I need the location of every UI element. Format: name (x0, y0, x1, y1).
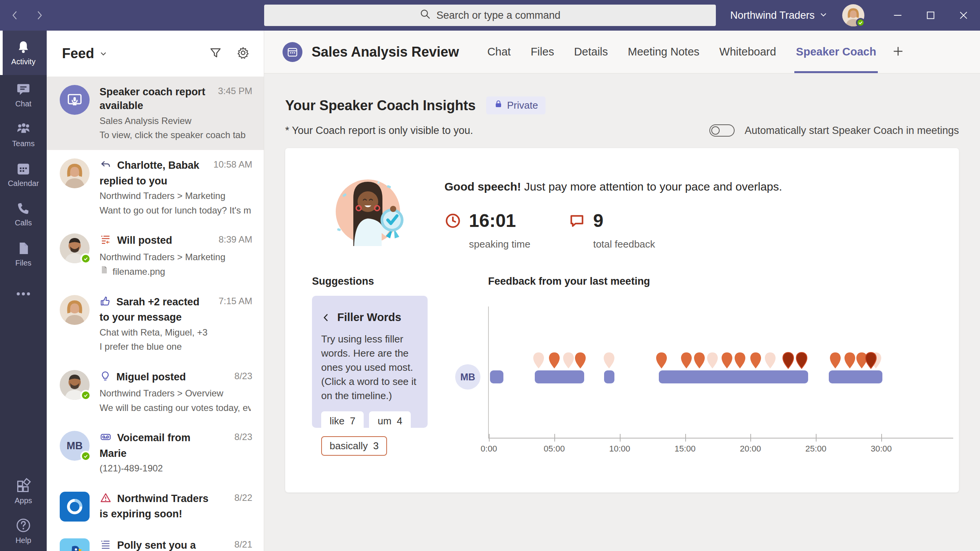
filler-words-card: Filler Words Try using less filler words… (312, 296, 428, 428)
feed-item[interactable]: Speaker coach report availableSales Anal… (47, 77, 264, 150)
visibility-note: * Your Coach report is only visible to y… (285, 125, 473, 137)
feedback-marker-high[interactable] (782, 352, 794, 369)
axis-tick (685, 434, 686, 442)
feed-item-time: 8:39 AM (219, 234, 252, 245)
private-badge: Private (486, 96, 546, 114)
sidebar-item-help[interactable]: Help (0, 511, 47, 551)
northwind-logo (60, 492, 90, 522)
feedback-timeline-chart: MB 0:0005:0010:0015:0020:0025:0030:00 (488, 306, 953, 439)
speaker-coach-illustration (330, 171, 406, 248)
feed-dropdown[interactable]: Feed (62, 46, 108, 62)
title-bar: Search or type a command Northwind Trade… (0, 0, 980, 31)
filler-word-chip-like[interactable]: like7 (321, 411, 364, 431)
feed-item[interactable]: Sarah +2 reacted to your messageChat wit… (47, 287, 264, 362)
feed-item-time: 7:15 AM (219, 296, 252, 306)
feed-item-subtext: Want to go out for lunch today? It's my.… (100, 204, 251, 217)
back-icon[interactable] (9, 10, 21, 21)
sidebar-item-more[interactable] (0, 274, 47, 314)
tab-chat[interactable]: Chat (477, 31, 521, 73)
feedback-marker-high[interactable] (796, 352, 807, 369)
feedback-marker-medium[interactable] (721, 352, 733, 369)
chart-title: Feedback from your last meeting (488, 276, 932, 287)
calendar-icon (16, 161, 31, 176)
sidebar-item-teams[interactable]: Teams (0, 115, 47, 155)
feedback-marker-medium[interactable] (830, 352, 841, 369)
axis-tick-label: 30:00 (871, 444, 892, 454)
tab-speaker-coach[interactable]: Speaker Coach (786, 31, 886, 73)
filler-words-body: Try using less filler words. Here are th… (321, 332, 418, 403)
gear-icon[interactable] (236, 46, 250, 61)
summary-text: Good speech! Just pay more attention to … (444, 180, 782, 193)
search-input[interactable]: Search or type a command (264, 5, 716, 26)
app-rail: ActivityChatTeamsCalendarCallsFilesAppsH… (0, 31, 47, 551)
sidebar-item-activity[interactable]: Activity (0, 31, 47, 75)
feedback-marker-medium[interactable] (681, 352, 692, 369)
feedback-marker-medium[interactable] (656, 352, 667, 369)
speaker-coach-app-icon (60, 85, 90, 115)
sidebar-item-calls[interactable]: Calls (0, 194, 47, 234)
axis-tick (554, 434, 555, 442)
feed-item-subtext: (121)-489-1902 (100, 462, 251, 475)
feed-item[interactable]: MBVoicemail from Marie(121)-489-19028/23 (47, 422, 264, 483)
feedback-marker-low[interactable] (707, 352, 718, 369)
auto-start-toggle[interactable] (709, 124, 735, 137)
main-panel: Sales Analysis Review ChatFilesDetailsMe… (264, 31, 980, 551)
feed-item[interactable]: Miguel postedNorthwind Traders > Overvie… (47, 362, 264, 423)
chevron-down-icon (819, 10, 828, 21)
feed-item[interactable]: Will postedNorthwind Traders > Marketing… (47, 225, 264, 287)
feedback-marker-low[interactable] (603, 352, 615, 369)
feed-item-attachment[interactable]: filename.png (100, 265, 251, 278)
close-button[interactable] (947, 0, 980, 31)
sidebar-item-apps[interactable]: Apps (0, 471, 47, 511)
axis-tick-label: 0:00 (481, 444, 497, 454)
forward-icon[interactable] (34, 10, 45, 21)
feedback-marker-medium[interactable] (549, 352, 560, 369)
tab-files[interactable]: Files (521, 31, 564, 73)
insights-card: Good speech! Just pay more attention to … (285, 148, 959, 492)
feedback-marker-low[interactable] (563, 352, 574, 369)
feed-item-time: 8/23 (234, 371, 252, 381)
sidebar-item-files[interactable]: Files (0, 234, 47, 274)
insights-heading: Your Speaker Coach Insights (285, 98, 475, 114)
presence-available-icon (80, 390, 91, 401)
participant-avatar: MB (455, 364, 480, 390)
maximize-button[interactable] (914, 0, 947, 31)
feedback-marker-medium[interactable] (750, 352, 761, 369)
like-icon (100, 295, 111, 310)
team-switcher[interactable]: Northwind Traders (730, 10, 828, 21)
tab-whiteboard[interactable]: Whiteboard (709, 31, 786, 73)
tab-meeting-notes[interactable]: Meeting Notes (618, 31, 709, 73)
ellipsis-icon (16, 291, 31, 297)
filler-word-chip-basically[interactable]: basically3 (321, 436, 387, 456)
user-avatar[interactable] (842, 4, 864, 26)
speaking-segment (829, 370, 882, 383)
filler-word-chip-um[interactable]: um4 (369, 411, 411, 431)
feedback-marker-low[interactable] (533, 352, 544, 369)
feed-item-title: Northwind Traders is expiring soon! (100, 493, 209, 520)
feed-item[interactable]: Polly sent you a cardTake this poll toda… (47, 530, 264, 551)
feed-item-title: Miguel posted (116, 371, 186, 383)
feedback-marker-medium[interactable] (734, 352, 746, 369)
axis-tick-label: 05:00 (544, 444, 565, 454)
feed-item-subtext: Northwind Traders > Marketing (100, 251, 251, 264)
feedback-marker-medium[interactable] (694, 352, 705, 369)
feedback-marker-medium[interactable] (844, 352, 856, 369)
feedback-marker-low[interactable] (764, 352, 776, 369)
feedback-marker-high[interactable] (865, 352, 877, 369)
feed-item-time: 8/22 (234, 492, 252, 503)
sidebar-item-calendar[interactable]: Calendar (0, 155, 47, 194)
add-tab-icon[interactable] (892, 45, 905, 59)
search-icon (420, 8, 431, 23)
feed-item[interactable]: Northwind Traders is expiring soon!8/22 (47, 483, 264, 530)
sidebar-item-chat[interactable]: Chat (0, 75, 47, 115)
speaking-segment (535, 370, 585, 383)
feed-item-subtext: I prefer the blue one (100, 340, 251, 353)
axis-tick (816, 434, 817, 442)
feedback-marker-medium[interactable] (575, 352, 586, 369)
back-chevron-icon[interactable] (321, 313, 331, 323)
minimize-button[interactable] (881, 0, 914, 31)
feed-item[interactable]: Charlotte, Babak replied to youNorthwind… (47, 150, 264, 225)
meeting-calendar-icon (283, 42, 302, 62)
tab-details[interactable]: Details (564, 31, 618, 73)
filter-icon[interactable] (209, 46, 222, 61)
